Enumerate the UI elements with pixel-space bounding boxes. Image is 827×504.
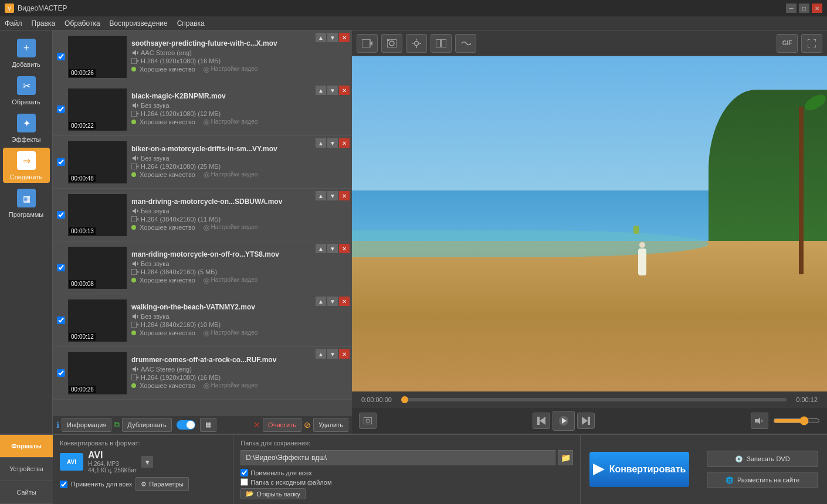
- upload-site-button[interactable]: 🌐 Разместить на сайте: [707, 472, 818, 488]
- move-down-button[interactable]: ▼: [327, 138, 338, 148]
- sidebar-item-programs[interactable]: ▦ Программы: [3, 185, 50, 220]
- file-checkbox[interactable]: [56, 369, 66, 377]
- move-down-button[interactable]: ▼: [327, 244, 338, 253]
- tab-sites[interactable]: Сайты: [0, 481, 53, 504]
- file-item[interactable]: 00:00:12 walking-on-the-beach-VATNMY2.mo…: [53, 294, 352, 347]
- convert-button[interactable]: Конвертировать: [589, 452, 689, 487]
- svg-rect-55: [537, 417, 540, 425]
- remove-file-button[interactable]: ✕: [339, 349, 350, 359]
- remove-file-button[interactable]: ✕: [339, 86, 350, 95]
- frames-tool-button[interactable]: [431, 34, 452, 53]
- move-up-button[interactable]: ▲: [316, 349, 326, 359]
- burn-dvd-button[interactable]: 💿 Записать DVD: [707, 451, 818, 467]
- sidebar-item-merge[interactable]: ⇒ Соединить: [3, 148, 50, 183]
- open-folder-bottom-button[interactable]: 📂 Открыть папку: [240, 488, 306, 499]
- bottom-format: Конвертировать в формат: AVI AVI H.264, …: [53, 435, 233, 504]
- move-down-button[interactable]: ▼: [327, 349, 338, 359]
- move-up-button[interactable]: ▲: [316, 86, 326, 95]
- sidebar-item-effects[interactable]: ✦ Эффекты: [3, 110, 50, 145]
- close-button[interactable]: ✕: [812, 4, 822, 13]
- grid-view-button[interactable]: ▦: [200, 418, 216, 432]
- folder-source-checkbox[interactable]: [240, 478, 248, 486]
- screenshot-capture-button[interactable]: [359, 413, 377, 429]
- volume-button[interactable]: [751, 413, 768, 429]
- file-item[interactable]: 00:00:08 man-riding-motorcycle-on-off-ro…: [53, 241, 352, 294]
- file-checkbox[interactable]: [56, 211, 66, 219]
- remove-file-button[interactable]: ✕: [339, 297, 350, 306]
- screenshot-tool-button[interactable]: [381, 34, 402, 53]
- play-button[interactable]: [553, 411, 575, 431]
- merge-icon: ⇒: [16, 150, 37, 171]
- info-button[interactable]: Информация: [62, 418, 111, 432]
- menu-file[interactable]: Файл: [5, 19, 22, 28]
- settings-link[interactable]: Настройки видео: [204, 224, 257, 230]
- menu-process[interactable]: Обработка: [65, 19, 100, 28]
- move-up-button[interactable]: ▲: [316, 244, 326, 253]
- prev-frame-button[interactable]: [533, 413, 550, 429]
- menu-playback[interactable]: Воспроизведение: [110, 19, 168, 28]
- move-down-button[interactable]: ▼: [327, 86, 338, 95]
- file-checkbox[interactable]: [56, 53, 66, 60]
- file-item[interactable]: 00:00:13 man-driving-a-motorcycle-on...S…: [53, 189, 352, 241]
- clear-button[interactable]: Очистить: [263, 418, 301, 432]
- motion-tool-button[interactable]: [455, 34, 476, 53]
- settings-link[interactable]: Настройки видео: [204, 118, 257, 125]
- svg-rect-28: [131, 269, 137, 275]
- timeline-bar[interactable]: [401, 398, 787, 401]
- settings-link[interactable]: Настройки видео: [204, 66, 257, 72]
- toggle-switch[interactable]: [177, 420, 195, 430]
- params-button[interactable]: ⚙ Параметры: [135, 477, 189, 491]
- brightness-tool-button[interactable]: [406, 34, 427, 53]
- settings-link[interactable]: Настройки видео: [204, 329, 257, 336]
- settings-link[interactable]: Настройки видео: [204, 171, 257, 178]
- file-checkbox[interactable]: [56, 158, 66, 166]
- sidebar-item-cut[interactable]: ✂ Обрезать: [3, 73, 50, 108]
- tab-devices[interactable]: Устройства: [0, 458, 53, 481]
- sidebar-effects-label: Эффекты: [11, 136, 40, 143]
- timeline-thumb[interactable]: [401, 396, 408, 403]
- move-up-button[interactable]: ▲: [316, 297, 326, 306]
- settings-link[interactable]: Настройки видео: [204, 277, 257, 283]
- file-item[interactable]: 00:00:26 soothsayer-predicting-future-wi…: [53, 30, 352, 83]
- file-checkbox[interactable]: [56, 316, 66, 324]
- filelist[interactable]: 00:00:26 soothsayer-predicting-future-wi…: [53, 30, 352, 415]
- remove-file-button[interactable]: ✕: [339, 244, 350, 253]
- move-up-button[interactable]: ▲: [316, 191, 326, 200]
- svg-marker-61: [593, 464, 605, 475]
- sidebar-item-add[interactable]: + Добавить: [3, 35, 50, 70]
- remove-file-button[interactable]: ✕: [339, 33, 350, 42]
- delete-button[interactable]: Удалить: [313, 418, 348, 432]
- file-item[interactable]: 00:00:26 drummer-comes-off-at-a-rock-co.…: [53, 347, 352, 400]
- fullscreen-button[interactable]: [801, 34, 822, 53]
- next-frame-button[interactable]: [577, 413, 595, 429]
- file-checkbox[interactable]: [56, 105, 66, 113]
- folder-apply-all-checkbox[interactable]: [240, 469, 248, 476]
- move-up-button[interactable]: ▲: [316, 138, 326, 148]
- file-info: man-riding-motorcycle-on-off-ro...YTS8.m…: [131, 250, 348, 285]
- svg-text:⇒: ⇒: [22, 156, 30, 166]
- remove-file-button[interactable]: ✕: [339, 191, 350, 200]
- remove-file-button[interactable]: ✕: [339, 138, 350, 148]
- tab-formats[interactable]: Форматы: [0, 435, 53, 458]
- folder-path-input[interactable]: [240, 450, 555, 465]
- open-folder-button[interactable]: 📁: [558, 450, 573, 465]
- move-down-button[interactable]: ▼: [327, 297, 338, 306]
- toggle-track[interactable]: [177, 420, 195, 430]
- apply-all-checkbox[interactable]: [60, 481, 67, 488]
- duplicate-button[interactable]: Дублировать: [122, 418, 171, 432]
- menu-edit[interactable]: Правка: [32, 19, 56, 28]
- file-item[interactable]: 00:00:48 biker-on-a-motorcycle-drifts-in…: [53, 136, 352, 189]
- file-checkbox[interactable]: [56, 264, 66, 271]
- move-down-button[interactable]: ▼: [327, 33, 338, 42]
- file-item[interactable]: 00:00:22 black-magic-K2BNPMR.mov Без зву…: [53, 83, 352, 136]
- move-down-button[interactable]: ▼: [327, 191, 338, 200]
- menu-help[interactable]: Справка: [177, 19, 205, 28]
- format-dropdown-button[interactable]: ▾: [141, 456, 153, 468]
- move-up-button[interactable]: ▲: [316, 33, 326, 42]
- settings-link[interactable]: Настройки видео: [204, 382, 257, 389]
- volume-slider[interactable]: [773, 416, 820, 425]
- minimize-button[interactable]: ─: [786, 4, 797, 13]
- maximize-button[interactable]: □: [799, 4, 809, 13]
- gif-button[interactable]: GIF: [777, 34, 798, 53]
- video-tool-button[interactable]: [357, 34, 378, 53]
